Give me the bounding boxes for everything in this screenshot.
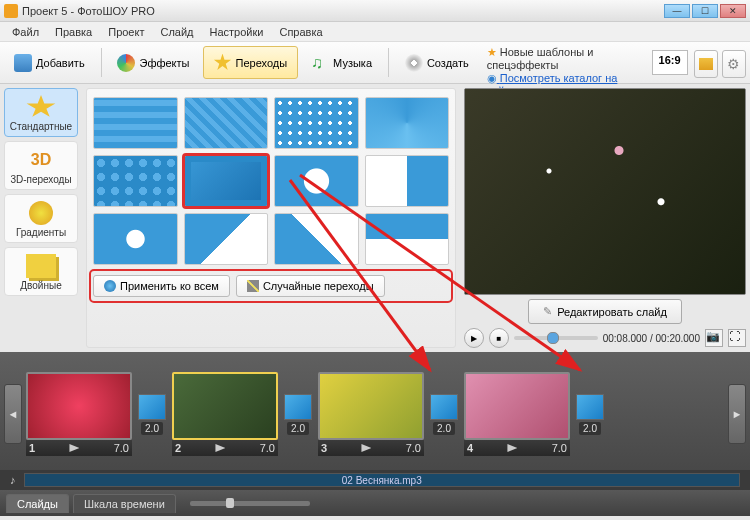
transition-slot[interactable]: 2.0 xyxy=(138,394,166,435)
transition-thumb[interactable] xyxy=(365,213,450,265)
timeline-slide[interactable]: 4 7.0 xyxy=(464,372,570,456)
preview-pane[interactable] xyxy=(464,88,746,295)
menu-edit[interactable]: Правка xyxy=(47,24,100,40)
time-display: 00:08.000 / 00:20.000 xyxy=(603,333,700,344)
add-label: Добавить xyxy=(36,57,85,69)
menubar: Файл Правка Проект Слайд Настройки Справ… xyxy=(0,22,750,42)
audio-track-row: ♪ 02 Веснянка.mp3 xyxy=(0,470,750,490)
transition-thumb-small[interactable] xyxy=(430,394,458,420)
slide-duration: 7.0 xyxy=(114,442,129,454)
titlebar: Проект 5 - ФотоШОУ PRO — ☐ ✕ xyxy=(0,0,750,22)
transition-thumb-small[interactable] xyxy=(138,394,166,420)
play-icon[interactable] xyxy=(361,444,371,452)
slide-bar: 4 7.0 xyxy=(464,440,570,456)
category-double[interactable]: Двойные xyxy=(4,247,78,296)
effects-button[interactable]: Эффекты xyxy=(106,46,200,79)
transition-thumb[interactable] xyxy=(274,97,359,149)
transitions-button[interactable]: Переходы xyxy=(203,46,299,79)
wand-icon xyxy=(247,280,259,292)
slide-thumb[interactable] xyxy=(464,372,570,440)
transition-thumb[interactable] xyxy=(274,155,359,207)
transition-duration: 2.0 xyxy=(141,422,163,435)
pencil-icon: ✎ xyxy=(543,305,552,318)
zoom-slider[interactable] xyxy=(190,501,310,506)
transitions-grid xyxy=(91,95,451,271)
tab-timeline[interactable]: Шкала времени xyxy=(73,494,176,513)
menu-file[interactable]: Файл xyxy=(4,24,47,40)
slide-duration: 7.0 xyxy=(260,442,275,454)
transition-slot[interactable]: 2.0 xyxy=(284,394,312,435)
slide-number: 4 xyxy=(467,442,473,454)
snapshot-button[interactable]: 📷 xyxy=(705,329,723,347)
star-icon xyxy=(26,95,56,119)
add-button[interactable]: Добавить xyxy=(3,46,96,79)
timeline-slide[interactable]: 2 7.0 xyxy=(172,372,278,456)
play-icon[interactable] xyxy=(507,444,517,452)
transition-thumb[interactable] xyxy=(93,155,178,207)
transitions-grid-wrap: Применить ко всем Случайные переходы xyxy=(86,88,456,348)
create-label: Создать xyxy=(427,57,469,69)
music-button[interactable]: ♫ Музыка xyxy=(300,46,383,79)
bottom-bar: Слайды Шкала времени xyxy=(0,490,750,516)
menu-help[interactable]: Справка xyxy=(271,24,330,40)
category-gradients[interactable]: Градиенты xyxy=(4,194,78,243)
maximize-button[interactable]: ☐ xyxy=(692,4,718,18)
transition-thumb[interactable] xyxy=(365,155,450,207)
app-icon xyxy=(4,4,18,18)
slide-thumb[interactable] xyxy=(26,372,132,440)
create-button[interactable]: Создать xyxy=(394,46,480,79)
play-icon[interactable] xyxy=(215,444,225,452)
audio-track[interactable]: 02 Веснянка.mp3 xyxy=(24,473,741,487)
play-button[interactable]: ▶ xyxy=(464,328,484,348)
menu-project[interactable]: Проект xyxy=(100,24,152,40)
menu-slide[interactable]: Слайд xyxy=(152,24,201,40)
aspect-ratio-button[interactable]: 16:9 xyxy=(652,50,688,75)
gear-icon: ⚙ xyxy=(727,56,740,72)
transition-thumb[interactable] xyxy=(184,97,269,149)
category-standard[interactable]: Стандартные xyxy=(4,88,78,137)
slide-bar: 1 7.0 xyxy=(26,440,132,456)
slide-thumb[interactable] xyxy=(318,372,424,440)
timeline-next-button[interactable]: ► xyxy=(728,384,746,444)
main-area: Стандартные 3D 3D-переходы Градиенты Дво… xyxy=(0,84,750,352)
transition-thumb[interactable] xyxy=(184,213,269,265)
bottom-actions: Применить ко всем Случайные переходы xyxy=(91,271,451,301)
audio-icon: ♪ xyxy=(10,474,16,486)
slide-thumb[interactable] xyxy=(172,372,278,440)
slide-bar: 2 7.0 xyxy=(172,440,278,456)
transition-thumb-small[interactable] xyxy=(576,394,604,420)
transition-thumb[interactable] xyxy=(93,97,178,149)
minimize-button[interactable]: — xyxy=(664,4,690,18)
tab-slides[interactable]: Слайды xyxy=(6,494,69,513)
transition-thumb[interactable] xyxy=(93,213,178,265)
menu-settings[interactable]: Настройки xyxy=(202,24,272,40)
play-icon[interactable] xyxy=(69,444,79,452)
stop-button[interactable]: ■ xyxy=(489,328,509,348)
info-line1: Новые шаблоны и спецэффекты xyxy=(487,46,594,71)
transition-thumb[interactable] xyxy=(365,97,450,149)
fullscreen-button[interactable]: ⛶ xyxy=(728,329,746,347)
star-small-icon: ★ xyxy=(487,46,497,59)
category-3d[interactable]: 3D 3D-переходы xyxy=(4,141,78,190)
timeline-slide[interactable]: 1 7.0 xyxy=(26,372,132,456)
transition-thumb-small[interactable] xyxy=(284,394,312,420)
transition-duration: 2.0 xyxy=(579,422,601,435)
transition-slot[interactable]: 2.0 xyxy=(576,394,604,435)
timeline-slide[interactable]: 3 7.0 xyxy=(318,372,424,456)
seek-slider[interactable] xyxy=(514,336,598,340)
left-panel: Стандартные 3D 3D-переходы Градиенты Дво… xyxy=(0,84,460,352)
transitions-label: Переходы xyxy=(236,57,288,69)
settings-button[interactable]: ⚙ xyxy=(722,50,746,78)
close-button[interactable]: ✕ xyxy=(720,4,746,18)
edit-slide-button[interactable]: ✎ Редактировать слайд xyxy=(528,299,682,324)
transition-slot[interactable]: 2.0 xyxy=(430,394,458,435)
transition-thumb[interactable] xyxy=(274,213,359,265)
slide-number: 2 xyxy=(175,442,181,454)
timeline-prev-button[interactable]: ◄ xyxy=(4,384,22,444)
palette-icon xyxy=(117,54,135,72)
screenshot-button[interactable] xyxy=(694,50,718,78)
transition-thumb-selected[interactable] xyxy=(184,155,269,207)
random-transitions-button[interactable]: Случайные переходы xyxy=(236,275,385,297)
apply-all-button[interactable]: Применить ко всем xyxy=(93,275,230,297)
window-title: Проект 5 - ФотоШОУ PRO xyxy=(22,5,662,17)
